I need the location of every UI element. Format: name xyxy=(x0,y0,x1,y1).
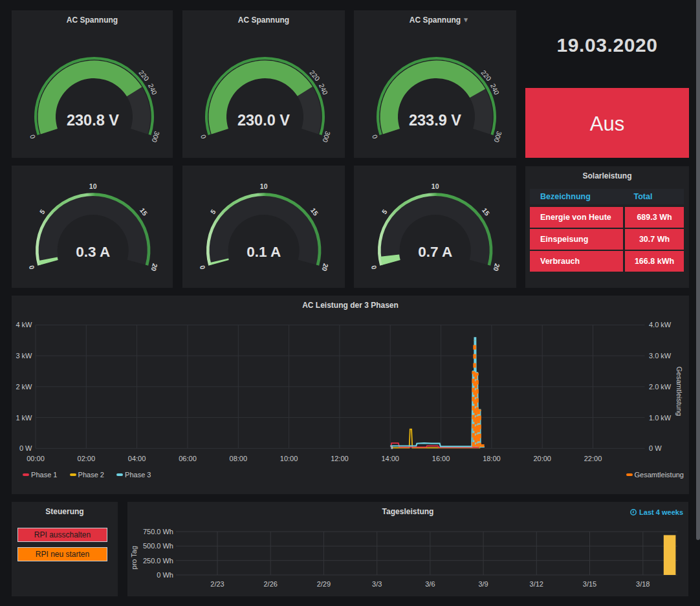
svg-text:0 W: 0 W xyxy=(19,444,32,452)
svg-text:0: 0 xyxy=(370,134,378,140)
svg-text:20: 20 xyxy=(320,263,330,272)
svg-text:Gesamtleistung: Gesamtleistung xyxy=(675,367,683,416)
svg-text:3 kW: 3 kW xyxy=(16,352,32,360)
svg-text:0.7 A: 0.7 A xyxy=(418,244,452,260)
svg-text:2/26: 2/26 xyxy=(263,580,277,588)
svg-text:0 Wh: 0 Wh xyxy=(157,571,173,579)
svg-text:2/29: 2/29 xyxy=(317,580,331,588)
svg-text:3/6: 3/6 xyxy=(425,580,435,588)
svg-text:1 kW: 1 kW xyxy=(16,414,32,422)
svg-text:500.0 Wh: 500.0 Wh xyxy=(143,542,173,550)
svg-text:250.0 Wh: 250.0 Wh xyxy=(143,557,173,565)
svg-text:0: 0 xyxy=(27,265,36,270)
svg-text:2.0 kW: 2.0 kW xyxy=(649,383,672,391)
svg-text:06:00: 06:00 xyxy=(179,455,197,462)
svg-text:750.0 Wh: 750.0 Wh xyxy=(143,528,173,536)
svg-text:0.1 A: 0.1 A xyxy=(246,244,281,260)
svg-text:4 kW: 4 kW xyxy=(16,321,32,329)
svg-text:5: 5 xyxy=(380,208,389,215)
svg-text:0: 0 xyxy=(199,134,207,140)
svg-text:2/23: 2/23 xyxy=(210,580,224,588)
svg-text:4.0 kW: 4.0 kW xyxy=(649,321,672,329)
svg-text:0.3 A: 0.3 A xyxy=(76,244,110,260)
svg-text:300: 300 xyxy=(321,130,332,144)
svg-text:1.0 kW: 1.0 kW xyxy=(649,414,672,422)
svg-text:12:00: 12:00 xyxy=(331,455,349,462)
svg-text:04:00: 04:00 xyxy=(128,455,146,462)
svg-text:15: 15 xyxy=(138,206,149,217)
svg-text:3/18: 3/18 xyxy=(636,580,650,588)
svg-text:3/9: 3/9 xyxy=(478,580,488,588)
svg-text:3/15: 3/15 xyxy=(583,580,596,588)
svg-text:10: 10 xyxy=(89,182,97,190)
svg-text:10: 10 xyxy=(260,182,268,190)
svg-text:5: 5 xyxy=(38,208,47,215)
svg-text:10:00: 10:00 xyxy=(280,455,298,462)
svg-text:0: 0 xyxy=(28,134,36,140)
svg-text:300: 300 xyxy=(150,130,161,144)
svg-text:20:00: 20:00 xyxy=(533,455,551,462)
svg-text:300: 300 xyxy=(492,130,503,144)
svg-text:3.0 kW: 3.0 kW xyxy=(649,352,672,360)
svg-text:233.9 V: 233.9 V xyxy=(409,112,461,129)
svg-text:5: 5 xyxy=(209,208,217,215)
svg-text:230.8 V: 230.8 V xyxy=(67,112,119,129)
svg-text:08:00: 08:00 xyxy=(230,455,248,462)
svg-text:16:00: 16:00 xyxy=(432,455,450,462)
svg-text:20: 20 xyxy=(492,263,501,272)
svg-text:0 W: 0 W xyxy=(649,444,662,452)
svg-text:2 kW: 2 kW xyxy=(16,383,32,391)
svg-text:15: 15 xyxy=(309,206,320,217)
svg-text:22:00: 22:00 xyxy=(584,455,602,462)
svg-text:230.0 V: 230.0 V xyxy=(237,112,290,129)
svg-text:00:00: 00:00 xyxy=(27,455,45,462)
svg-text:14:00: 14:00 xyxy=(381,455,399,462)
svg-text:0: 0 xyxy=(198,265,206,270)
svg-text:0: 0 xyxy=(369,265,378,270)
svg-text:15: 15 xyxy=(481,206,492,217)
svg-text:02:00: 02:00 xyxy=(78,455,96,462)
svg-text:10: 10 xyxy=(432,182,439,190)
svg-text:pro Tag: pro Tag xyxy=(130,546,138,570)
svg-text:3/12: 3/12 xyxy=(530,580,543,588)
svg-text:3/3: 3/3 xyxy=(372,580,382,588)
svg-text:18:00: 18:00 xyxy=(483,455,501,462)
svg-text:20: 20 xyxy=(149,263,159,272)
